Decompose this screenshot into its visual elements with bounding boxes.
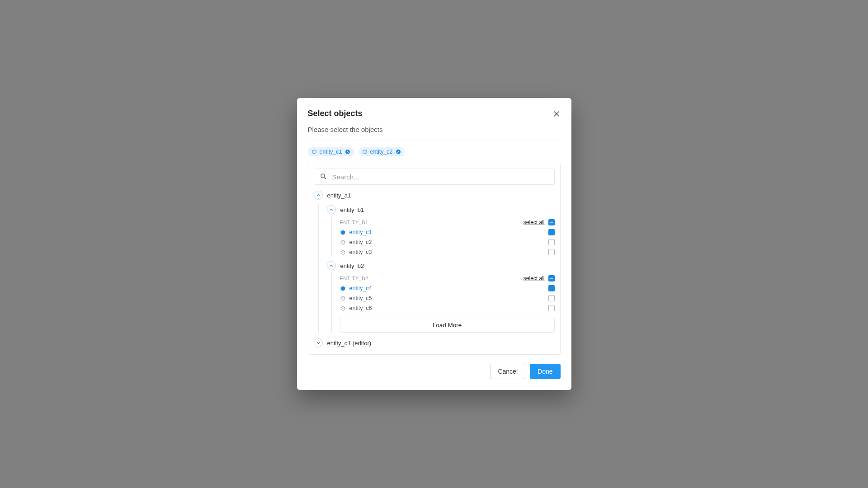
tree-node-d1: entity_d1 (editor) bbox=[314, 337, 555, 349]
chip-label: entity_c1 bbox=[320, 149, 342, 155]
select-all-link[interactable]: select all bbox=[524, 275, 545, 282]
group-title: ENTITY_B2 bbox=[340, 276, 368, 281]
chevron-up-icon bbox=[329, 207, 334, 212]
checkmark-icon bbox=[549, 230, 554, 235]
tree-leaf[interactable]: entity_c6 bbox=[340, 303, 555, 313]
cube-icon bbox=[340, 305, 346, 311]
tree-node-b2: entity_b2 ENTITY_B2 select all bbox=[327, 260, 555, 333]
load-more-button[interactable]: Load More bbox=[340, 318, 555, 333]
tree-children: ENTITY_B1 select all entit bbox=[331, 216, 555, 257]
cube-icon bbox=[311, 149, 317, 155]
close-icon[interactable] bbox=[552, 110, 561, 118]
leaf-checkbox[interactable] bbox=[548, 305, 555, 311]
collapse-toggle[interactable] bbox=[314, 191, 323, 200]
indeterminate-icon bbox=[549, 220, 554, 225]
leaf-label: entity_c3 bbox=[349, 249, 372, 255]
leaf-label: entity_c6 bbox=[349, 305, 372, 311]
expand-toggle[interactable] bbox=[314, 338, 323, 347]
cube-icon bbox=[340, 286, 346, 291]
tree-leaf[interactable]: entity_c3 bbox=[340, 247, 555, 257]
dialog-title: Select objects bbox=[308, 109, 363, 118]
tree-leaf[interactable]: entity_c4 bbox=[340, 283, 555, 293]
leaf-label: entity_c2 bbox=[349, 239, 372, 245]
cube-icon bbox=[340, 239, 346, 245]
collapse-toggle[interactable] bbox=[327, 261, 336, 270]
dialog-subtitle: Please select the objects bbox=[308, 126, 561, 140]
chip-entity-c1: entity_c1 bbox=[308, 147, 354, 156]
search-icon bbox=[320, 173, 328, 181]
collapse-toggle[interactable] bbox=[327, 205, 336, 214]
leaf-label: entity_c4 bbox=[349, 285, 372, 291]
tree-children: entity_b1 ENTITY_B1 select all bbox=[318, 204, 555, 333]
node-label: entity_d1 (editor) bbox=[327, 340, 372, 347]
group-checkbox[interactable] bbox=[548, 275, 555, 282]
leaf-checkbox[interactable] bbox=[548, 285, 555, 291]
tree-leaf[interactable]: entity_c2 bbox=[340, 237, 555, 247]
tree-children: ENTITY_B2 select all entit bbox=[331, 272, 555, 333]
tree-row[interactable]: entity_b2 bbox=[327, 260, 555, 272]
tree-leaf[interactable]: entity_c1 bbox=[340, 227, 555, 237]
tree-node-b1: entity_b1 ENTITY_B1 select all bbox=[327, 204, 555, 257]
chevron-down-icon bbox=[316, 340, 321, 346]
group-header: ENTITY_B2 select all bbox=[340, 272, 555, 283]
selected-chips: entity_c1 entity_c2 bbox=[308, 147, 561, 156]
tree-row[interactable]: entity_d1 (editor) bbox=[314, 337, 555, 349]
select-all-link[interactable]: select all bbox=[524, 219, 545, 225]
dialog-footer: Cancel Done bbox=[308, 364, 561, 379]
leaf-label: entity_c1 bbox=[349, 229, 372, 235]
cube-icon bbox=[340, 249, 346, 255]
tree-row[interactable]: entity_b1 bbox=[327, 204, 555, 216]
cube-icon bbox=[340, 296, 346, 301]
tree-leaf[interactable]: entity_c5 bbox=[340, 293, 555, 303]
search-field[interactable] bbox=[314, 169, 555, 185]
cube-icon bbox=[340, 230, 346, 235]
done-button[interactable]: Done bbox=[530, 364, 560, 379]
checkmark-icon bbox=[549, 286, 554, 291]
leaf-checkbox[interactable] bbox=[548, 229, 555, 235]
chip-label: entity_c2 bbox=[370, 149, 393, 155]
dialog-header: Select objects bbox=[308, 109, 561, 118]
cancel-button[interactable]: Cancel bbox=[490, 364, 525, 379]
search-input[interactable] bbox=[332, 173, 549, 181]
select-objects-dialog: Select objects Please select the objects… bbox=[297, 98, 571, 390]
chevron-up-icon bbox=[329, 263, 334, 268]
leaf-checkbox[interactable] bbox=[548, 239, 555, 245]
chevron-up-icon bbox=[316, 192, 321, 198]
group-header: ENTITY_B1 select all bbox=[340, 216, 555, 227]
cube-icon bbox=[362, 149, 368, 155]
chip-remove-icon[interactable] bbox=[396, 149, 401, 155]
leaf-checkbox[interactable] bbox=[548, 295, 555, 301]
leaf-checkbox[interactable] bbox=[548, 249, 555, 255]
leaf-label: entity_c5 bbox=[349, 295, 372, 301]
indeterminate-icon bbox=[549, 276, 554, 281]
tree-node-a1: entity_a1 entity_b1 ENTITY_B1 bbox=[314, 189, 555, 333]
group-checkbox[interactable] bbox=[548, 219, 555, 225]
chip-remove-icon[interactable] bbox=[345, 149, 350, 155]
node-label: entity_b1 bbox=[340, 206, 364, 213]
object-tree: entity_a1 entity_b1 ENTITY_B1 bbox=[308, 163, 561, 355]
tree-row[interactable]: entity_a1 bbox=[314, 189, 555, 201]
node-label: entity_b2 bbox=[340, 263, 364, 269]
group-title: ENTITY_B1 bbox=[340, 220, 368, 225]
node-label: entity_a1 bbox=[327, 192, 351, 199]
chip-entity-c2: entity_c2 bbox=[359, 147, 405, 156]
